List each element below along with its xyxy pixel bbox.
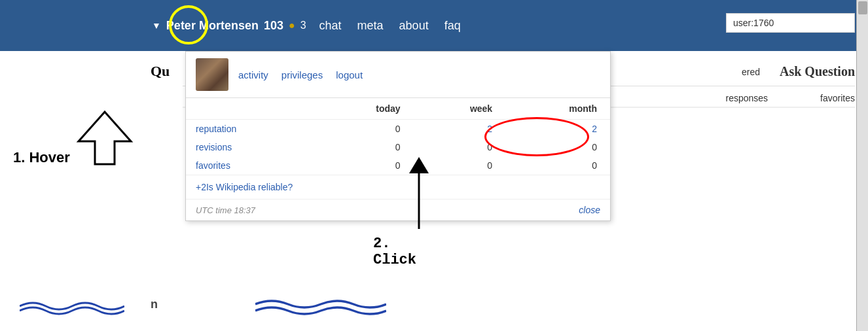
row-revisions-today: 0	[317, 138, 414, 156]
annotation-area: 1. Hover	[0, 51, 151, 331]
utc-time-bar: UTC time 18:37 close	[186, 199, 610, 220]
main-content: 1. Hover Qu n activity privileges	[0, 51, 868, 331]
nav-link-faq[interactable]: faq	[444, 19, 461, 33]
close-button[interactable]: close	[579, 205, 600, 215]
scrollbar-thumb[interactable]	[858, 1, 867, 14]
hover-label: 1. Hover	[13, 149, 70, 166]
utc-time-label: UTC time 18:37	[196, 205, 255, 215]
search-input[interactable]	[726, 13, 855, 33]
scrollbar[interactable]	[856, 0, 868, 331]
responses-col: responses	[725, 93, 768, 103]
table-header-row: today week month	[186, 98, 610, 120]
col-today: today	[317, 98, 414, 120]
dropdown-link-activity[interactable]: activity	[238, 69, 268, 80]
hover-label-container: 1. Hover	[13, 149, 137, 166]
col-month: month	[505, 98, 610, 120]
content-suffix: n	[151, 298, 170, 331]
nav-user-section: ▼ Peter Mortensen 103 ● 3	[157, 19, 306, 33]
nav-username: Peter Mortensen	[166, 19, 259, 33]
wavy-decoration-left	[20, 296, 124, 318]
nav-reputation: 103	[264, 19, 283, 33]
nav-link-meta[interactable]: meta	[357, 19, 384, 33]
stats-table: today week month reputation 0 2 2 revisi…	[186, 98, 610, 175]
table-row: revisions 0 0 0	[186, 138, 610, 156]
recent-activity-link[interactable]: +2Is Wikipedia reliable?	[186, 175, 610, 199]
nav-link-about[interactable]: about	[399, 19, 429, 33]
dropdown-header: activity privileges logout	[186, 52, 610, 98]
nav-link-chat[interactable]: chat	[319, 19, 342, 33]
dropdown-nav-links: activity privileges logout	[238, 69, 363, 80]
favorites-col: favorites	[820, 93, 855, 103]
row-favorites-month: 0	[505, 156, 610, 175]
nav-badge-count: 3	[300, 20, 306, 31]
dropdown-arrow[interactable]: ▼	[152, 20, 161, 31]
col-week: week	[414, 98, 506, 120]
row-reputation-month: 2	[505, 120, 610, 139]
row-favorites-week: 0	[414, 156, 506, 175]
row-revisions-week: 0	[414, 138, 506, 156]
avatar	[196, 58, 228, 91]
top-nav-bar: ▼ Peter Mortensen 103 ● 3 chat meta abou…	[0, 0, 868, 51]
avatar-image	[196, 58, 228, 91]
table-row: favorites 0 0 0	[186, 156, 610, 175]
nav-badge-symbol: ●	[289, 20, 295, 31]
row-favorites-today: 0	[317, 156, 414, 175]
row-reputation-today: 0	[317, 120, 414, 139]
dropdown-link-privileges[interactable]: privileges	[281, 69, 323, 80]
dropdown-link-logout[interactable]: logout	[336, 69, 363, 80]
nav-links: chat meta about faq	[319, 19, 461, 33]
dropdown-panel: activity privileges logout today week mo…	[185, 51, 611, 221]
row-reputation-week: 2	[414, 120, 506, 139]
row-revisions-month: 0	[505, 138, 610, 156]
ask-question-label[interactable]: Ask Question	[780, 64, 855, 79]
row-favorites-label: favorites	[186, 156, 317, 175]
row-reputation-label: reputation	[186, 120, 317, 139]
row-revisions-label: revisions	[186, 138, 317, 156]
answered-label: ered	[742, 67, 760, 77]
table-row: reputation 0 2 2	[186, 120, 610, 139]
